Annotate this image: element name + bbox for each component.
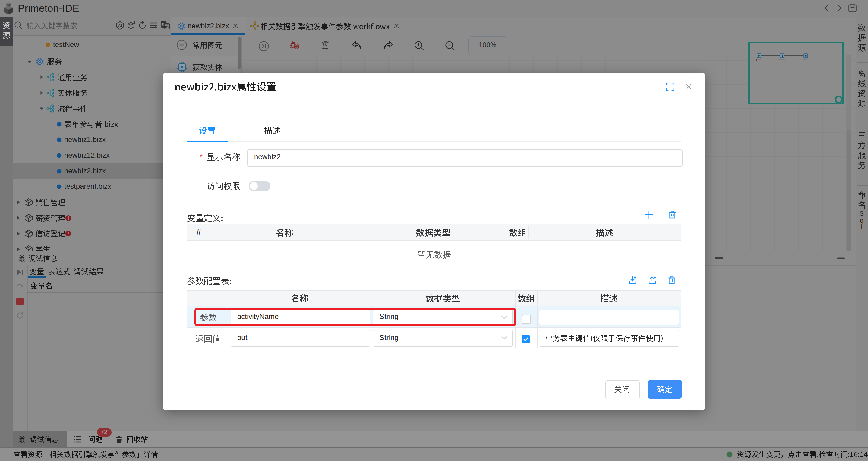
svg-text:AI: AI xyxy=(118,24,122,28)
